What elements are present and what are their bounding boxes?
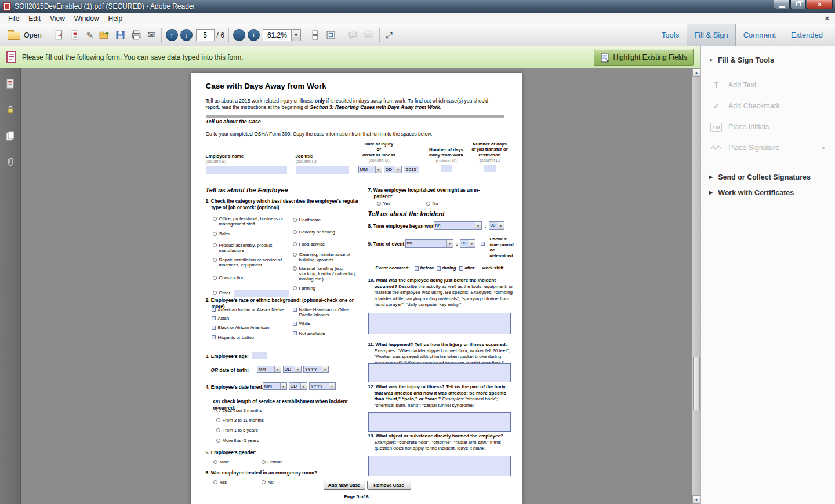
birth-month-select[interactable]: MM▼ xyxy=(257,366,281,373)
zoom-dropdown-button[interactable]: ▼ xyxy=(292,29,301,41)
checkbox-icon[interactable] xyxy=(212,326,216,330)
event-during-checkbox[interactable] xyxy=(437,266,441,271)
q1-option-product-assembly[interactable]: Product assembly, product manufacture xyxy=(213,243,289,253)
combo-arrow-icon[interactable]: ▼ xyxy=(322,366,328,372)
signature-dropdown-icon[interactable]: ▼ xyxy=(821,145,826,151)
tab-comment[interactable]: Comment xyxy=(736,24,783,46)
radio-icon[interactable] xyxy=(293,266,297,271)
remove-case-button[interactable]: Remove Case xyxy=(367,481,411,490)
q2-option-white[interactable]: White xyxy=(293,321,361,326)
combo-arrow-icon[interactable]: ▼ xyxy=(300,383,307,389)
minimize-button[interactable] xyxy=(774,0,790,9)
days-transfer-field[interactable] xyxy=(484,165,496,172)
employee-name-field[interactable] xyxy=(206,166,287,174)
radio-icon[interactable] xyxy=(293,253,297,257)
zoom-in-button[interactable]: + xyxy=(248,29,260,41)
injury-month-select[interactable]: MM▼ xyxy=(358,166,382,173)
radio-icon[interactable] xyxy=(293,286,297,290)
q2-option-hispanic[interactable]: Hispanic or Latino xyxy=(212,335,288,340)
q1-option-other[interactable]: Other xyxy=(213,290,289,297)
days-away-field[interactable] xyxy=(441,165,452,172)
checkbox-icon[interactable] xyxy=(293,308,297,312)
checkbox-icon[interactable] xyxy=(293,322,297,326)
scrollbar-thumb[interactable] xyxy=(693,357,700,410)
place-initials-tool[interactable]: LM Place Initials xyxy=(701,116,835,137)
fit-page-button[interactable] xyxy=(323,27,339,44)
q5-option-female[interactable]: Female xyxy=(262,459,283,465)
what-happened-textarea[interactable] xyxy=(368,363,511,382)
event-after-checkbox[interactable] xyxy=(459,266,463,271)
combo-arrow-icon[interactable]: ▼ xyxy=(498,222,504,229)
combo-arrow-icon[interactable]: ▼ xyxy=(446,240,453,247)
radio-icon[interactable] xyxy=(213,276,217,280)
pages-panel-button[interactable] xyxy=(3,129,17,143)
radio-icon[interactable] xyxy=(213,243,217,247)
radio-icon[interactable] xyxy=(213,480,217,484)
q7-option-yes[interactable]: Yes xyxy=(377,201,391,206)
radio-icon[interactable] xyxy=(293,230,297,234)
q1-option-construction[interactable]: Construction xyxy=(213,275,289,280)
vertical-scrollbar[interactable]: ▲ ▼ xyxy=(692,68,700,504)
panel-header[interactable]: ▼ Fill & Sign Tools xyxy=(701,46,835,68)
radio-icon[interactable] xyxy=(216,418,220,422)
radio-icon[interactable] xyxy=(213,232,217,236)
radio-icon[interactable] xyxy=(377,202,381,206)
q4-option-1-5-years[interactable]: From 1 to 5 years xyxy=(216,428,303,433)
birth-year-select[interactable]: YYYY▼ xyxy=(303,366,329,373)
combo-arrow-icon[interactable]: ▼ xyxy=(395,166,401,173)
menu-item-window[interactable]: Window xyxy=(70,13,104,24)
open-button[interactable]: Open xyxy=(5,27,45,44)
q2-option-hawaiian[interactable]: Native Hawaiian or Other Pacific Islande… xyxy=(293,307,361,317)
radio-icon[interactable] xyxy=(213,291,217,295)
combo-arrow-icon[interactable]: ▼ xyxy=(329,383,335,389)
injury-illness-textarea[interactable] xyxy=(368,412,511,432)
radio-icon[interactable] xyxy=(216,439,220,443)
q1-option-office[interactable]: Office, professional, business or manage… xyxy=(213,216,289,227)
q5-option-male[interactable]: Male xyxy=(213,459,230,465)
highlight-existing-fields-button[interactable]: Highlight Existing Fields xyxy=(594,49,694,66)
save-file-button[interactable] xyxy=(112,27,128,44)
scroll-down-button[interactable]: ▼ xyxy=(692,495,700,504)
harming-object-textarea[interactable] xyxy=(368,456,511,476)
combo-arrow-icon[interactable]: ▼ xyxy=(375,166,382,173)
radio-icon[interactable] xyxy=(262,460,266,464)
radio-icon[interactable] xyxy=(213,217,217,221)
q4-option-more-5-years[interactable]: More than 5 years xyxy=(216,438,303,443)
radio-icon[interactable] xyxy=(293,242,297,246)
q6-option-yes[interactable]: Yes xyxy=(213,480,227,485)
checkbox-icon[interactable] xyxy=(212,316,216,320)
add-text-tool[interactable]: T Add Text xyxy=(701,75,835,96)
add-new-case-button[interactable]: Add New Case xyxy=(324,481,365,490)
employee-age-field[interactable] xyxy=(252,352,267,359)
menubar-close-icon[interactable]: × xyxy=(825,14,829,22)
zoom-level-value[interactable]: 61.2% xyxy=(263,29,292,41)
hired-month-select[interactable]: MM▼ xyxy=(263,382,287,390)
radio-icon[interactable] xyxy=(426,202,430,206)
scrolling-mode-button[interactable] xyxy=(307,27,323,44)
combo-arrow-icon[interactable]: ▼ xyxy=(280,383,286,389)
scroll-up-button[interactable]: ▲ xyxy=(692,68,700,77)
q4-option-less-3-months[interactable]: Less than 3 months xyxy=(216,408,303,413)
q6-option-no[interactable]: No xyxy=(262,480,274,485)
began-work-hour-select[interactable]: hh▼ xyxy=(434,221,482,230)
combo-arrow-icon[interactable]: ▼ xyxy=(274,366,281,372)
q1-option-healthcare[interactable]: Healthcare xyxy=(293,217,362,222)
radio-icon[interactable] xyxy=(213,258,217,262)
menu-item-file[interactable]: File xyxy=(3,13,24,24)
print-button[interactable] xyxy=(128,27,144,44)
menu-item-help[interactable]: Help xyxy=(104,13,128,24)
q1-option-repair[interactable]: Repair, installation or service of machi… xyxy=(213,257,289,268)
q4-option-3-11-months[interactable]: From 3 to 11 months xyxy=(216,418,303,423)
previous-page-button[interactable]: ↑ xyxy=(166,29,178,41)
menu-item-edit[interactable]: Edit xyxy=(24,13,45,24)
q1-option-food-service[interactable]: Food service xyxy=(293,242,362,247)
highlight-tool-button[interactable] xyxy=(361,27,376,44)
q1-option-material-handling[interactable]: Material handling (e.g. stocking, loadin… xyxy=(293,266,362,282)
began-work-minute-select[interactable]: 00▼ xyxy=(489,221,504,230)
radio-icon[interactable] xyxy=(262,480,266,484)
menu-item-view[interactable]: View xyxy=(45,13,70,24)
tab-extended[interactable]: Extended xyxy=(783,24,830,46)
q1-option-farming[interactable]: Farming xyxy=(293,286,362,291)
checkbox-icon[interactable] xyxy=(293,331,297,335)
time-undetermined-checkbox[interactable] xyxy=(481,242,485,246)
